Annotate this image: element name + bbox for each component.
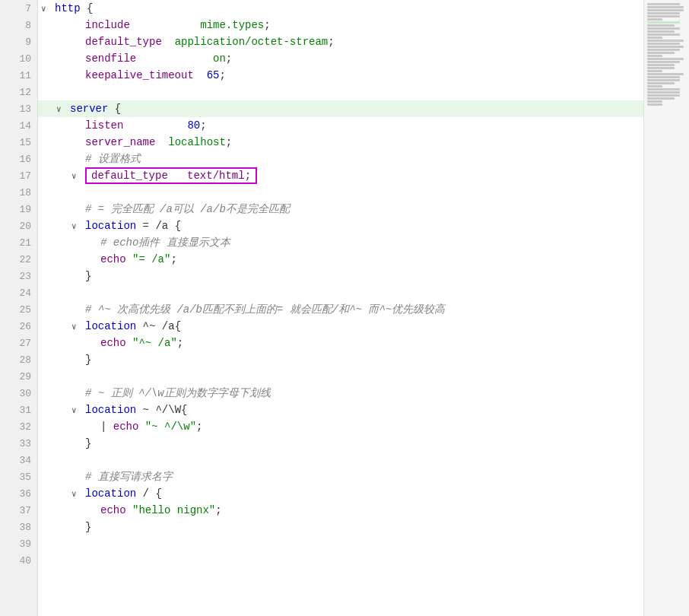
code-line: # 直接写请求名字: [38, 468, 643, 485]
code-line: [38, 84, 643, 100]
token-val: application/octet-stream: [175, 36, 329, 48]
code-line: echo "= /a";: [38, 251, 643, 268]
token-punc: [136, 52, 213, 65]
line-num: 19: [0, 201, 37, 218]
line-numbers: 7891011121314151617181920212223242526272…: [0, 0, 38, 616]
token-comment: # = 完全匹配 /a可以 /a/b不是完全匹配: [85, 202, 290, 216]
line-num: 35: [0, 468, 37, 485]
code-line: }: [38, 351, 643, 368]
code-line: include mime.types;: [38, 17, 643, 33]
line-num: 23: [0, 268, 37, 284]
line-num: 16: [0, 151, 37, 167]
code-line: default_type application/octet-stream;: [38, 33, 643, 50]
line-num: 17: [0, 167, 37, 184]
line-num: 25: [0, 301, 37, 318]
token-echo-kw: echo: [100, 504, 126, 516]
token-kw: server: [70, 103, 108, 115]
token-punc: ;: [177, 337, 183, 349]
code-area: ∨http {include mime.types;default_type a…: [38, 0, 643, 616]
token-punc: [126, 337, 132, 349]
token-echo-val: "^~ /a": [132, 337, 177, 349]
token-echo-kw: echo: [100, 337, 126, 349]
token-num: 80: [187, 119, 200, 132]
code-line: # 设置格式: [38, 151, 643, 167]
line-num: 15: [0, 134, 37, 151]
line-num: 39: [0, 535, 37, 552]
token-comment: # ^~ 次高优先级 /a/b匹配不到上面的= 就会匹配/和^~ 而^~优先级较…: [85, 303, 445, 316]
line-num: 32: [0, 418, 37, 435]
token-punc: [194, 69, 207, 81]
token-kw: http: [55, 2, 81, 14]
line-num: 20: [0, 218, 37, 234]
code-line: | echo "~ ^/\w";: [38, 418, 643, 435]
code-line: [38, 184, 643, 201]
fold-arrow[interactable]: ∨: [71, 171, 84, 181]
fold-arrow[interactable]: ∨: [41, 4, 53, 14]
token-punc: [130, 19, 200, 31]
fold-arrow[interactable]: ∨: [71, 322, 84, 332]
code-line: listen 80;: [38, 117, 643, 134]
line-num: 29: [0, 368, 37, 385]
code-line: [38, 368, 643, 385]
token-punc: [123, 119, 187, 132]
token-punc: ;: [226, 52, 232, 65]
boxed-directive: default_type text/html;: [85, 167, 257, 184]
token-comment: # echo插件 直接显示文本: [100, 236, 230, 249]
code-line: ∨location = /a {: [38, 218, 643, 234]
code-line: }: [38, 519, 643, 535]
code-line: ∨location ^~ /a{: [38, 318, 643, 335]
line-num: 11: [0, 67, 37, 84]
line-num: 24: [0, 284, 37, 301]
token-punc: ;: [200, 119, 206, 132]
token-punc: }: [85, 270, 91, 282]
fold-arrow[interactable]: ∨: [56, 104, 68, 114]
token-kw: location: [85, 404, 136, 416]
token-echo-kw: echo: [113, 421, 139, 433]
fold-arrow[interactable]: ∨: [71, 489, 84, 499]
fold-arrow[interactable]: ∨: [71, 405, 84, 415]
token-echo-val: "~ ^/\w": [145, 421, 196, 433]
token-punc: }: [85, 521, 91, 533]
code-editor: 7891011121314151617181920212223242526272…: [0, 0, 689, 616]
line-num: 28: [0, 351, 37, 368]
token-punc: {: [81, 2, 94, 14]
code-line: ∨location / {: [38, 485, 643, 502]
token-punc: = /a {: [136, 220, 181, 232]
token-comment: # 直接写请求名字: [85, 470, 173, 484]
token-punc: ;: [226, 136, 232, 148]
token-punc: [126, 504, 132, 516]
token-punc: ;: [170, 253, 176, 265]
code-line: # ~ 正则 ^/\w正则为数字字母下划线: [38, 385, 643, 402]
token-echo-val: "hello nignx": [132, 504, 215, 516]
token-punc: / {: [136, 487, 162, 500]
line-num: 36: [0, 485, 37, 502]
code-line: server_name localhost;: [38, 134, 643, 151]
token-punc: ^~ /a{: [136, 320, 181, 332]
token-val: mime.types: [200, 19, 264, 31]
token-punc: [126, 253, 132, 265]
token-directive: sendfile: [85, 52, 136, 65]
line-num: 14: [0, 117, 37, 134]
token-directive: keepalive_timeout: [85, 69, 194, 81]
token-kw: location: [85, 320, 136, 332]
token-punc: {: [108, 103, 121, 115]
line-num: 27: [0, 335, 37, 351]
code-line: [38, 452, 643, 468]
token-punc: }: [85, 354, 91, 366]
token-punc: [155, 136, 168, 148]
code-line: sendfile on;: [38, 50, 643, 67]
code-line: }: [38, 435, 643, 452]
line-num: 8: [0, 17, 37, 33]
token-punc: }: [85, 437, 91, 449]
line-num: 34: [0, 452, 37, 468]
line-num: 38: [0, 519, 37, 535]
token-punc: [162, 36, 175, 48]
line-num: 31: [0, 402, 37, 418]
token-directive: server_name: [85, 136, 155, 148]
fold-arrow[interactable]: ∨: [71, 221, 84, 231]
token-punc: ~ ^/\W{: [136, 404, 187, 416]
code-line: }: [38, 268, 643, 284]
token-val: localhost: [168, 136, 226, 148]
line-num: 10: [0, 50, 37, 67]
line-num: 9: [0, 33, 37, 50]
